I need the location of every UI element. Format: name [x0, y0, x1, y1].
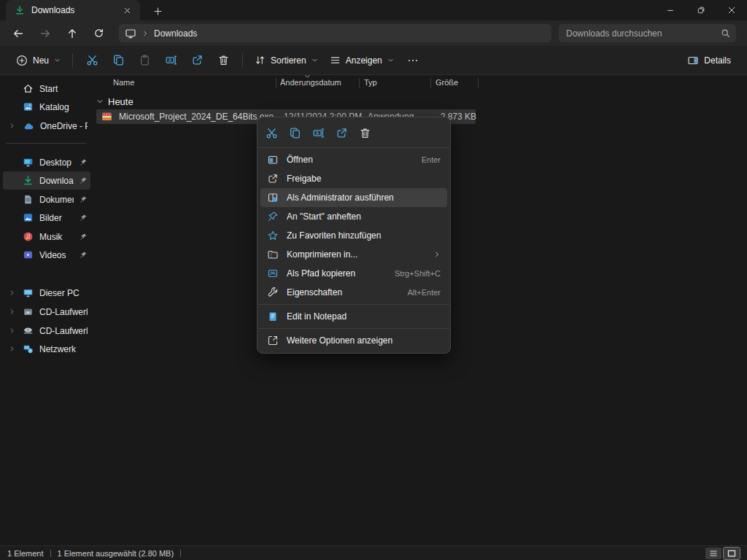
- column-type[interactable]: Typ: [364, 78, 377, 87]
- menu-item-run-as-admin[interactable]: Als Administrator ausführen: [260, 188, 447, 207]
- menu-item-label: Komprimieren in...: [287, 249, 357, 260]
- refresh-button[interactable]: [85, 23, 112, 44]
- sidebar-item-netzwerk[interactable]: Netzwerk: [3, 340, 90, 358]
- cut-button[interactable]: [79, 49, 105, 72]
- forward-button[interactable]: [31, 23, 58, 44]
- breadcrumb[interactable]: Downloads: [119, 24, 551, 42]
- sidebar-item-dieser-pc[interactable]: Dieser PC: [3, 284, 90, 302]
- menu-item-label: Als Pfad kopieren: [287, 268, 355, 279]
- menu-item-pin-to-start[interactable]: An "Start" anheften: [260, 207, 447, 226]
- chevron-right-icon[interactable]: [7, 346, 17, 352]
- menu-item-show-more-options[interactable]: Weitere Optionen anzeigen: [260, 331, 447, 350]
- sidebar-item-bilder[interactable]: Bilder: [3, 209, 90, 227]
- navigation-bar: Downloads: [0, 20, 747, 46]
- menu-item-edit-in-notepad[interactable]: Edit in Notepad: [260, 307, 447, 326]
- chevron-right-icon[interactable]: [7, 327, 17, 334]
- sidebar-item-start[interactable]: Start: [3, 79, 90, 98]
- column-name[interactable]: Name: [113, 78, 134, 87]
- network-icon: [23, 343, 34, 354]
- home-icon: [23, 83, 34, 94]
- group-header-heute[interactable]: Heute: [96, 94, 133, 109]
- new-button[interactable]: Neu: [10, 49, 66, 72]
- sidebar-item-label: CD-Laufwerk (E:) 20: [39, 326, 88, 336]
- sidebar-item-cd-drive-e[interactable]: CD-Laufwerk (E:) 20: [3, 322, 90, 340]
- paste-button[interactable]: [131, 49, 158, 72]
- menu-item-open[interactable]: Öffnen Enter: [260, 150, 447, 169]
- sidebar-item-label: Katalog: [39, 102, 88, 112]
- group-label: Heute: [108, 96, 133, 107]
- sidebar-item-onedrive[interactable]: OneDrive - Persona: [3, 117, 90, 135]
- column-separator[interactable]: [359, 78, 360, 88]
- chevron-right-icon[interactable]: [7, 122, 17, 129]
- exe-installer-icon: [101, 111, 112, 122]
- copy-button[interactable]: [105, 49, 131, 72]
- sidebar-item-katalog[interactable]: Katalog: [3, 98, 90, 116]
- sidebar-item-videos[interactable]: Videos: [3, 246, 90, 264]
- menu-item-label: Als Administrator ausführen: [287, 192, 394, 203]
- music-icon: [23, 231, 34, 242]
- menu-item-share[interactable]: Freigabe: [260, 169, 447, 188]
- pin-icon: [80, 214, 88, 222]
- chevron-down-icon: [311, 57, 318, 63]
- context-menu: A Öffnen Enter Freigabe: [257, 117, 451, 354]
- sidebar-item-musik[interactable]: Musik: [3, 228, 90, 246]
- more-toolbar-button[interactable]: [400, 49, 426, 72]
- delete-button[interactable]: [210, 49, 236, 72]
- column-separator[interactable]: [478, 78, 479, 88]
- tab-close-icon[interactable]: [120, 3, 134, 18]
- sidebar-item-label: Musik: [39, 232, 74, 242]
- cd-drive-icon: [23, 325, 34, 336]
- sidebar-item-dokumente[interactable]: Dokumente: [3, 190, 90, 209]
- details-pane-button[interactable]: Details: [681, 49, 737, 72]
- toolbar-divider: [72, 53, 73, 68]
- more-options-icon: [267, 335, 279, 346]
- rename-button[interactable]: A: [307, 122, 329, 143]
- copy-button[interactable]: [284, 122, 306, 143]
- cloud-icon: [23, 120, 34, 132]
- view-button[interactable]: Anzeigen: [324, 49, 400, 72]
- column-size[interactable]: Größe: [436, 78, 458, 87]
- share-button[interactable]: [330, 122, 352, 143]
- pc-icon: [23, 287, 34, 298]
- sidebar-item-label: OneDrive - Persona: [40, 121, 88, 131]
- column-separator[interactable]: [430, 78, 431, 88]
- menu-item-properties[interactable]: Eigenschaften Alt+Enter: [260, 283, 447, 302]
- delete-button[interactable]: [354, 122, 376, 143]
- thumbnails-view-icon[interactable]: [724, 548, 740, 559]
- chevron-right-icon: [142, 30, 149, 37]
- maximize-button[interactable]: [686, 0, 716, 20]
- chevron-right-icon[interactable]: [7, 289, 17, 296]
- details-view-icon[interactable]: [705, 548, 721, 559]
- gallery-icon: [23, 101, 34, 112]
- column-modified[interactable]: Änderungsdatum: [280, 78, 341, 87]
- sidebar-item-downloads[interactable]: Downloads: [3, 171, 90, 190]
- chevron-right-icon[interactable]: [7, 308, 17, 315]
- column-separator[interactable]: [276, 78, 276, 88]
- menu-item-add-to-favorites[interactable]: Zu Favoriten hinzufügen: [260, 226, 447, 245]
- plus-circle-icon: [16, 55, 28, 66]
- context-menu-quick-actions: A: [258, 120, 450, 145]
- sort-label: Sortieren: [271, 55, 306, 66]
- share-icon: [267, 173, 279, 184]
- minimize-button[interactable]: [655, 0, 686, 20]
- tab-downloads[interactable]: Downloads: [6, 0, 140, 20]
- sort-button[interactable]: Sortieren: [249, 49, 324, 72]
- sort-icon: [255, 55, 266, 66]
- new-tab-button[interactable]: [149, 3, 166, 19]
- chevron-down-icon[interactable]: [96, 98, 104, 105]
- sidebar-item-desktop[interactable]: Desktop: [3, 153, 90, 171]
- up-button[interactable]: [58, 23, 85, 44]
- pin-icon: [80, 195, 88, 203]
- back-button[interactable]: [4, 23, 31, 44]
- rename-button[interactable]: A: [158, 49, 184, 72]
- breadcrumb-path[interactable]: Downloads: [154, 28, 197, 39]
- cut-button[interactable]: [260, 122, 282, 143]
- search-input[interactable]: [566, 28, 721, 39]
- menu-item-copy-as-path[interactable]: Als Pfad kopieren Strg+Shift+C: [260, 264, 447, 283]
- close-button[interactable]: [716, 0, 747, 20]
- share-button[interactable]: [184, 49, 210, 72]
- new-label: Neu: [33, 55, 49, 66]
- search-box[interactable]: [559, 24, 736, 42]
- sidebar-item-cd-drive-d[interactable]: CD-Laufwerk (D:) V: [3, 303, 90, 321]
- menu-item-compress-to[interactable]: Komprimieren in...: [260, 245, 447, 264]
